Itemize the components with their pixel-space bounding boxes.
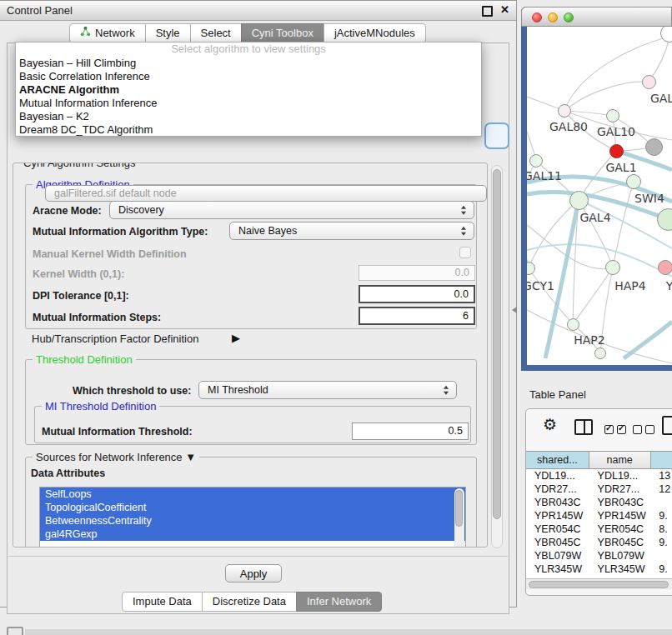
mi-steps-field[interactable]: 6 (359, 307, 475, 325)
mi-type-select[interactable]: Naive Bayes (229, 222, 474, 240)
bottom-tab-discretize-data[interactable]: Discretize Data (202, 592, 297, 612)
node-label-gal11: GAL11 (527, 169, 562, 182)
table-row[interactable]: YBL079WYBL079W (526, 549, 672, 562)
algorithm-option[interactable]: Bayesian – K2 (16, 110, 481, 123)
bottom-tab-impute-data[interactable]: Impute Data (122, 592, 203, 612)
algorithm-dropdown-items: Bayesian – Hill ClimbingBasic Correlatio… (16, 57, 481, 137)
which-threshold-select[interactable]: MI Threshold (198, 381, 457, 399)
data-attribute-item[interactable]: TopologicalCoefficient (40, 501, 465, 514)
network-combo[interactable]: galFiltered.sif default node (45, 185, 487, 202)
threshold-definition-group: Threshold Definition Which threshold to … (25, 359, 477, 445)
network-canvas[interactable]: GALGAL80GAL10GAL1GAL11SWI4GAL4GCY1HAP4YH… (527, 27, 672, 365)
table-panel: ⚙ shared...name YDL19...YDL19...13YDR27.… (525, 408, 672, 596)
control-panel-title: Control Panel (7, 4, 73, 17)
dpi-tolerance-field[interactable]: 0.0 (359, 285, 475, 303)
node-label-hap4: HAP4 (614, 279, 645, 292)
algorithm-dropdown-prompt: Select algorithm to view settings (16, 42, 481, 57)
tab-cyni-toolbox[interactable]: Cyni Toolbox (241, 23, 324, 43)
node-y[interactable] (658, 260, 672, 275)
settings-scrollbar-thumb[interactable] (493, 169, 501, 519)
manual-kernel-label: Manual Kernel Width Definition (33, 248, 187, 260)
control-panel-titlebar: Control Panel ✕ (0, 1, 516, 21)
mi-threshold-group: MI Threshold Definition Mutual Informati… (34, 406, 471, 443)
collapsed-panel-button[interactable] (7, 627, 23, 635)
column-header-cut[interactable] (651, 452, 672, 468)
node-gal11[interactable] (529, 154, 543, 168)
table-row[interactable]: YDL19...YDL19...13 (526, 469, 672, 482)
document-icon[interactable] (662, 416, 672, 438)
apply-button[interactable]: Apply (225, 564, 282, 582)
split-view-icon[interactable] (574, 419, 593, 438)
unchecked-boxes-icon[interactable] (633, 422, 658, 437)
table-row[interactable]: YPR145WYPR145W9. (526, 509, 672, 522)
cyni-algorithm-settings-group: Cyni Algorithm Settings Algorithm Defini… (13, 162, 488, 548)
manual-kernel-checkbox[interactable] (459, 247, 471, 258)
node-hap2[interactable] (567, 318, 579, 331)
table-cell: YLR345W (589, 562, 651, 576)
algorithm-option[interactable]: Mutual Information Inference (16, 97, 481, 110)
tab-label: jActiveMNodules (334, 24, 415, 42)
node-label-gal: GAL (650, 92, 672, 105)
collapse-down-icon[interactable]: ▼ (185, 451, 196, 463)
table-row[interactable]: YDR27...YDR27...12 (526, 482, 672, 496)
node-gal10[interactable] (606, 109, 619, 122)
network-combo-value: galFiltered.sif default node (46, 186, 486, 202)
table-panel-title: Table Panel (529, 388, 586, 401)
attr-list-scrollbar-thumb[interactable] (455, 490, 463, 527)
tab-select[interactable]: Select (190, 23, 242, 43)
column-header-name[interactable]: name (589, 452, 651, 468)
algorithm-dropdown: Select algorithm to view settings Bayesi… (15, 42, 482, 137)
table-cell: YPR145W (589, 509, 651, 522)
node[interactable] (645, 138, 663, 156)
cyni-settings-group-title: Cyni Algorithm Settings (20, 162, 138, 169)
gear-icon[interactable]: ⚙ (543, 415, 557, 434)
table-cell (650, 496, 672, 509)
algorithm-option[interactable]: Bayesian – Hill Climbing (16, 57, 481, 70)
tab-style[interactable]: Style (145, 23, 191, 43)
zoom-button[interactable] (564, 12, 574, 22)
column-header-shared...[interactable]: shared... (526, 452, 589, 468)
table-hscroll-thumb[interactable] (529, 581, 669, 588)
bottom-tab-infer-network[interactable]: Infer Network (296, 592, 382, 612)
panel-divider-collapse-icon[interactable] (512, 307, 517, 313)
attr-list-scrollbar[interactable] (454, 488, 464, 548)
table-row[interactable]: YBR043CYBR043C (526, 496, 672, 509)
data-attribute-item[interactable]: SelfLoops (40, 488, 465, 501)
aracne-mode-select[interactable]: Discovery (109, 201, 474, 219)
node-gal1[interactable] (609, 144, 624, 158)
expand-right-icon[interactable]: ▶ (232, 332, 240, 344)
node[interactable] (594, 348, 606, 359)
algorithm-combo-fragment[interactable] (484, 122, 509, 149)
data-attributes-list[interactable]: SelfLoopsTopologicalCoefficientBetweenne… (39, 487, 466, 548)
table-row[interactable]: YER054CYER054C8. (526, 522, 672, 536)
table-row[interactable]: YLR345WYLR345W9. (526, 562, 672, 576)
table-cell: YER054C (589, 522, 651, 536)
node-gal[interactable] (642, 75, 656, 89)
close-button[interactable] (532, 12, 542, 22)
algorithm-option[interactable]: Dream8 DC_TDC Algorithm (16, 123, 481, 137)
mi-threshold-field[interactable]: 0.5 (352, 422, 469, 440)
data-attribute-item[interactable]: BetweennessCentrality (40, 514, 465, 528)
close-icon[interactable]: ✕ (500, 3, 509, 16)
table-row[interactable]: YBR045CYBR045C9. (526, 536, 672, 549)
minimize-button[interactable] (548, 12, 558, 22)
network-window-titlebar[interactable] (521, 7, 672, 27)
network-view-window: GALGAL80GAL10GAL1GAL11SWI4GAL4GCY1HAP4YH… (521, 7, 672, 371)
tab-jactivemnodules[interactable]: jActiveMNodules (323, 23, 426, 43)
hub-definition-label[interactable]: Hub/Transcription Factor Definition (32, 332, 198, 345)
tab-network[interactable]: Network (69, 23, 146, 43)
data-attribute-item[interactable]: gal4RGexp (40, 528, 465, 541)
node-gal80[interactable] (558, 104, 571, 118)
table-horizontal-scrollbar[interactable] (526, 578, 672, 589)
node-hap4[interactable] (605, 260, 620, 275)
node-label-y: Y (666, 279, 672, 292)
settings-scrollbar[interactable] (491, 165, 503, 548)
float-window-icon[interactable] (482, 6, 493, 17)
checked-boxes-icon[interactable] (604, 422, 629, 437)
algorithm-option[interactable]: ARACNE Algorithm (16, 83, 481, 97)
node-label-hap2: HAP2 (574, 333, 604, 347)
algorithm-option[interactable]: Basic Correlation Inference (16, 70, 481, 83)
node-swi4[interactable] (626, 174, 641, 189)
node-gal4[interactable] (569, 191, 589, 210)
kernel-width-field[interactable]: 0.0 (359, 265, 475, 281)
